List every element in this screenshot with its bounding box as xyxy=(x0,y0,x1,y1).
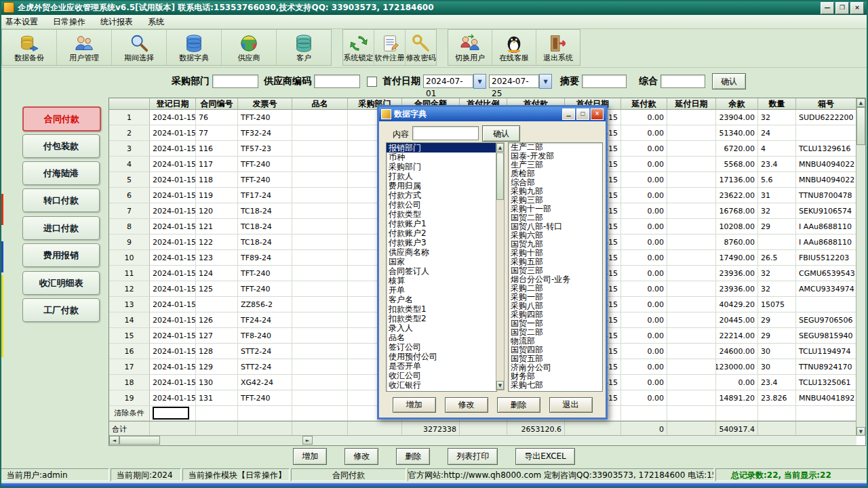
sidebar-item-3[interactable]: 转口付款 xyxy=(22,188,100,212)
print-list-button[interactable]: 列表打印 xyxy=(448,448,498,465)
toolbar-button-supplier[interactable]: 供应商 xyxy=(222,30,277,65)
dictionary-value-item[interactable]: 采购四部 xyxy=(509,310,602,319)
dictionary-category-item[interactable]: 签订公司 xyxy=(387,342,496,352)
dictionary-value-item[interactable]: 采购一部 xyxy=(509,293,602,302)
dialog-delete-button[interactable]: 删除 xyxy=(497,397,540,413)
scroll-down-icon[interactable]: ▼ xyxy=(496,381,504,390)
dictionary-category-item[interactable]: 国家 xyxy=(387,257,496,266)
dictionary-category-item[interactable]: 录入人 xyxy=(387,323,496,333)
toolbar-button-online-service[interactable]: 在线客服 xyxy=(492,30,536,65)
dictionary-category-item[interactable]: 打款人 xyxy=(387,171,496,181)
dictionary-value-item[interactable]: 采购九部 xyxy=(509,187,602,196)
dictionary-category-item[interactable]: 报销部门 xyxy=(387,143,496,152)
dictionary-value-item[interactable]: 国贸二部 xyxy=(509,328,602,337)
dictionary-value-item[interactable]: 采购十一部 xyxy=(509,205,602,214)
close-button[interactable]: × xyxy=(850,2,864,14)
dictionary-category-item[interactable]: 供应商名称 xyxy=(387,247,496,257)
supplier-code-input[interactable] xyxy=(314,75,360,88)
dictionary-value-item[interactable]: 质检部 xyxy=(509,169,602,178)
toolbar-button-customer[interactable]: 客户 xyxy=(277,30,331,65)
scrollbar-thumb[interactable] xyxy=(856,107,865,145)
dictionary-value-item[interactable]: 综合部 xyxy=(509,178,602,187)
dialog-add-button[interactable]: 增加 xyxy=(393,397,436,413)
dictionary-category-item[interactable]: 收汇银行 xyxy=(387,380,496,390)
composite-input[interactable] xyxy=(660,75,705,88)
column-header[interactable]: 箱号 xyxy=(796,98,856,110)
menu-daily-operations[interactable]: 日常操作 xyxy=(53,16,85,28)
horizontal-scrollbar[interactable]: ◄ ► xyxy=(109,436,313,445)
sidebar-item-0[interactable]: 合同付款 xyxy=(22,106,101,131)
toolbar-button-data-dictionary[interactable]: 数据字典 xyxy=(167,30,222,65)
dictionary-category-item[interactable]: 合同签订人 xyxy=(387,266,496,276)
maximize-button[interactable]: ❐ xyxy=(835,2,849,14)
scroll-down-icon[interactable]: ▼ xyxy=(856,427,865,436)
dialog-exit-button[interactable]: 退出 xyxy=(549,397,593,413)
dictionary-value-item[interactable]: 国泰-开发部 xyxy=(509,152,602,161)
toolbar-button-switch-user[interactable]: 切换用户 xyxy=(448,30,492,65)
column-header[interactable]: 延付日期 xyxy=(667,98,716,110)
dictionary-category-item[interactable]: 客户名 xyxy=(387,295,496,304)
dictionary-category-item[interactable]: 付款账户1 xyxy=(387,219,496,228)
scrollbar-thumb[interactable] xyxy=(496,152,504,200)
column-header[interactable]: 登记日期 xyxy=(150,98,196,110)
dictionary-category-item[interactable]: 是否开单 xyxy=(387,361,496,371)
summary-input[interactable] xyxy=(582,75,627,88)
scrollbar-thumb[interactable] xyxy=(119,436,160,445)
column-header[interactable] xyxy=(109,98,150,110)
menu-basic-settings[interactable]: 基本设置 xyxy=(5,16,38,28)
column-header[interactable]: 发票号 xyxy=(238,98,292,110)
toolbar-button-system-lock[interactable]: 系统锁定 xyxy=(343,30,374,65)
dictionary-value-item[interactable]: 国贸二部 xyxy=(509,214,602,222)
dialog-confirm-button[interactable]: 确认 xyxy=(482,125,520,142)
dictionary-category-item[interactable]: 采购部门 xyxy=(387,162,496,171)
dictionary-value-item[interactable]: 国贸九部 xyxy=(509,240,602,249)
dictionary-value-item[interactable]: 物流部 xyxy=(509,337,602,346)
chevron-down-icon[interactable]: ▼ xyxy=(473,74,486,89)
delete-button[interactable]: 删除 xyxy=(396,448,430,465)
menu-statistics-reports[interactable]: 统计报表 xyxy=(100,16,133,28)
dictionary-value-item[interactable]: 济南分公司 xyxy=(509,363,602,372)
dictionary-value-item[interactable]: 采购八部 xyxy=(509,302,602,310)
menu-system[interactable]: 系统 xyxy=(148,16,164,28)
dictionary-value-item[interactable]: 国贸五部 xyxy=(509,354,602,363)
dialog-edit-button[interactable]: 修改 xyxy=(445,397,488,413)
scroll-up-icon[interactable]: ▲ xyxy=(496,143,504,152)
toolbar-button-period-select[interactable]: 期间选择 xyxy=(112,30,167,65)
dictionary-value-item[interactable]: 烟台分公司-业务 xyxy=(509,275,602,284)
dictionary-value-item[interactable]: 国贸八部-转口 xyxy=(509,222,602,231)
dialog-minimize-button[interactable]: ▁ xyxy=(562,108,575,120)
dictionary-category-item[interactable]: 开单 xyxy=(387,285,496,295)
dictionary-category-item[interactable]: 付款账户3 xyxy=(387,238,496,247)
dialog-title-bar[interactable]: 数据字典 ▁ ▢ × xyxy=(379,107,606,121)
scroll-up-icon[interactable]: ▲ xyxy=(856,98,865,107)
dictionary-value-item[interactable]: 采购六部 xyxy=(509,231,602,240)
column-header[interactable]: 品名 xyxy=(292,98,348,110)
toolbar-button-exit-system[interactable]: 退出系统 xyxy=(536,30,580,65)
dialog-maximize-button[interactable]: ▢ xyxy=(576,108,589,120)
dictionary-value-item[interactable]: 采购十部 xyxy=(509,249,602,258)
toolbar-button-backup[interactable]: 数据备份 xyxy=(2,30,57,65)
export-excel-button[interactable]: 导出EXCEL xyxy=(515,448,575,465)
scroll-right-icon[interactable]: ► xyxy=(302,436,313,445)
sidebar-item-5[interactable]: 费用报销 xyxy=(22,243,100,267)
sidebar-item-7[interactable]: 工厂付款 xyxy=(22,298,100,322)
dictionary-value-item[interactable]: 采购五部 xyxy=(509,258,602,266)
dialog-close-button[interactable]: × xyxy=(591,108,604,120)
dictionary-value-item[interactable]: 采购三部 xyxy=(509,196,602,205)
dictionary-value-item[interactable]: 采购七部 xyxy=(509,381,602,390)
dictionary-category-item[interactable]: 付款公司 xyxy=(387,200,496,209)
sidebar-item-4[interactable]: 进口付款 xyxy=(22,216,100,240)
scroll-left-icon[interactable]: ◄ xyxy=(109,436,119,445)
toolbar-button-software-register[interactable]: 软件注册 xyxy=(374,30,406,65)
add-button[interactable]: 增加 xyxy=(293,448,327,465)
dictionary-category-item[interactable]: 付款账户2 xyxy=(387,228,496,238)
dictionary-category-item[interactable]: 费用归属 xyxy=(387,181,496,190)
date-from-combo[interactable]: 2024-07-01 ▼ xyxy=(423,74,486,89)
dictionary-category-item[interactable]: 核算 xyxy=(387,276,496,285)
dictionary-value-item[interactable]: 生产三部 xyxy=(509,161,602,169)
date-to-combo[interactable]: 2024-07-25 ▼ xyxy=(489,74,552,89)
dictionary-category-item[interactable]: 币种 xyxy=(387,152,496,162)
chevron-down-icon[interactable]: ▼ xyxy=(539,74,552,89)
column-header[interactable]: 数量 xyxy=(758,98,796,110)
minimize-button[interactable]: — xyxy=(821,2,834,14)
